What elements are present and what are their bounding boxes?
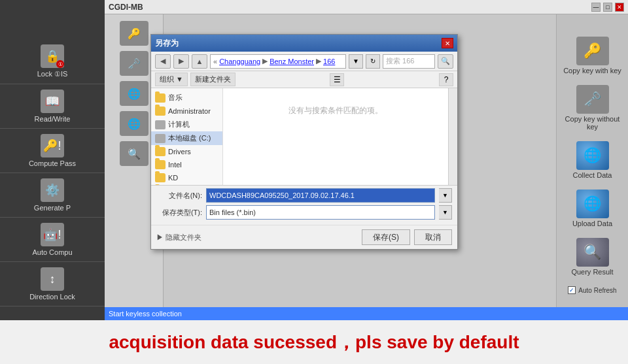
path-part-2[interactable]: Benz Monster bbox=[270, 58, 314, 65]
filetype-dropdown[interactable]: ▼ bbox=[439, 205, 452, 220]
dialog-sidebar: 音乐 Administrator 计算机 本地磁盘 (C:) bbox=[151, 88, 223, 185]
organize-btn[interactable]: 组织 ▼ bbox=[155, 73, 188, 86]
drivers-label: Drivers bbox=[168, 148, 191, 156]
dialog-file-area: 没有与搜索条件匹配的项。 bbox=[223, 88, 448, 185]
readwrite-icon: 📖 bbox=[41, 90, 64, 113]
refresh-btn[interactable]: ↻ bbox=[366, 54, 380, 69]
path-part-1[interactable]: Changguang bbox=[219, 58, 260, 65]
copy-with-key-icon: 🔑 bbox=[120, 21, 148, 46]
main-window: CGDI-MB — □ ✕ 🔑 🗝️ 🌐 🌐 🔍 bbox=[105, 0, 628, 320]
drivers-folder-icon bbox=[155, 147, 166, 156]
status-text: Start keyless collection bbox=[109, 310, 182, 318]
search-box[interactable]: 搜索 166 bbox=[383, 54, 435, 69]
save-button[interactable]: 保存(S) bbox=[362, 229, 410, 245]
help-btn[interactable]: ? bbox=[439, 73, 453, 86]
localc-icon bbox=[155, 134, 166, 143]
path-part-3[interactable]: 166 bbox=[323, 58, 335, 65]
no-results-text: 没有与搜索条件匹配的项。 bbox=[227, 105, 444, 116]
auto-refresh-label: Auto Refresh bbox=[578, 287, 616, 294]
filename-label: 文件名(N): bbox=[156, 191, 202, 201]
content-area: 🔑 🗝️ 🌐 🌐 🔍 另存为 ✕ ◀ bbox=[105, 14, 628, 320]
music-folder-icon bbox=[155, 93, 166, 103]
dialog-toolbar2: 组织 ▼ 新建文件夹 ☰ ? bbox=[151, 71, 457, 88]
auto-refresh-checkbox[interactable]: ✓ bbox=[568, 286, 576, 294]
dialog-path-toolbar: ◀ ▶ ▲ « Changguang ▶ Benz Monster ▶ 166 … bbox=[151, 52, 457, 71]
copy-without-key-icon-right: 🗝️ bbox=[576, 85, 609, 114]
computer-label: 计算机 bbox=[168, 120, 190, 129]
window-title: CGDI-MB bbox=[109, 3, 143, 12]
query-icon: 🔍 bbox=[120, 141, 148, 166]
admin-label: Administrator bbox=[168, 107, 211, 115]
generate-icon: ⚙️ bbox=[41, 178, 64, 202]
sidebar-label-generate: Generate P bbox=[34, 204, 71, 212]
compute-icon: 🔑 ! bbox=[41, 134, 64, 157]
bottom-banner: acquisition data sucessed，pls save by de… bbox=[0, 320, 628, 364]
scrollbar[interactable] bbox=[448, 88, 457, 185]
sidebar: 🔒 ① Lock ①IS 📖 Read/Write 🔑 ! Compute Pa… bbox=[0, 0, 105, 320]
path-dropdown-btn[interactable]: ▼ bbox=[349, 54, 363, 69]
dialog-buttons: ▶ 隐藏文件夹 保存(S) 取消 bbox=[151, 225, 457, 249]
compute-badge: ! bbox=[58, 139, 61, 153]
new-folder-btn[interactable]: 新建文件夹 bbox=[190, 73, 236, 86]
dialog-sidebar-item-computer[interactable]: 计算机 bbox=[151, 118, 222, 131]
upload-data-item[interactable]: 🌐 Upload Data bbox=[560, 187, 625, 230]
cancel-button[interactable]: 取消 bbox=[414, 229, 452, 245]
close-btn[interactable]: ✕ bbox=[615, 3, 624, 12]
collect-data-icon: 🌐 bbox=[576, 141, 609, 170]
copy-without-key-icon: 🗝️ bbox=[120, 51, 148, 76]
dialog-sidebar-item-intel[interactable]: Intel bbox=[151, 158, 222, 171]
dialog-fields: 文件名(N): ▼ 保存类型(T): ▼ bbox=[151, 185, 457, 225]
dialog-title-bar: 另存为 ✕ bbox=[151, 35, 457, 52]
filetype-input[interactable] bbox=[206, 205, 435, 220]
view-btn[interactable]: ☰ bbox=[330, 73, 344, 86]
sidebar-item-autocompute[interactable]: 🤖 ! Auto Compu bbox=[0, 218, 105, 262]
filename-dropdown[interactable]: ▼ bbox=[439, 188, 452, 203]
collect-icon: 🌐 bbox=[120, 81, 148, 106]
filename-row: 文件名(N): ▼ bbox=[156, 188, 452, 203]
copy-with-key-icon-right: 🔑 bbox=[576, 37, 609, 65]
lock-icon: 🔒 ① bbox=[41, 44, 64, 68]
maximize-btn[interactable]: □ bbox=[603, 3, 612, 12]
query-result-item[interactable]: 🔍 Query Result bbox=[560, 235, 625, 278]
sidebar-item-lock[interactable]: 🔒 ① Lock ①IS bbox=[0, 39, 105, 84]
direction-icon: ↕️ bbox=[41, 267, 64, 291]
copy-without-key-item[interactable]: 🗝️ Copy key without key bbox=[560, 82, 625, 133]
dialog-sidebar-item-drivers[interactable]: Drivers bbox=[151, 145, 222, 158]
dialog-sidebar-item-admin[interactable]: Administrator bbox=[151, 105, 222, 118]
title-bar: CGDI-MB — □ ✕ bbox=[105, 0, 628, 14]
collect-data-item[interactable]: 🌐 Collect Data bbox=[560, 139, 625, 182]
filetype-row: 保存类型(T): ▼ bbox=[156, 205, 452, 220]
status-bar: Start keyless collection bbox=[105, 307, 628, 320]
minimize-btn[interactable]: — bbox=[591, 3, 601, 12]
filename-input[interactable] bbox=[206, 188, 435, 203]
back-btn[interactable]: ◀ bbox=[155, 54, 171, 69]
sidebar-label-compute: Compute Pass bbox=[29, 159, 76, 167]
lock-badge: ① bbox=[56, 60, 64, 68]
sidebar-item-direction[interactable]: ↕️ Direction Lock bbox=[0, 262, 105, 306]
collect-data-label: Collect Data bbox=[573, 171, 612, 179]
copy-with-key-item[interactable]: 🔑 Copy key with key bbox=[560, 34, 625, 77]
title-bar-controls: — □ ✕ bbox=[591, 3, 624, 12]
dialog-title: 另存为 bbox=[155, 38, 179, 49]
intel-folder-icon bbox=[155, 160, 166, 169]
sidebar-item-generate[interactable]: ⚙️ Generate P bbox=[0, 173, 105, 218]
admin-folder-icon bbox=[155, 107, 166, 116]
upload-data-label: Upload Data bbox=[572, 220, 612, 227]
localc-label: 本地磁盘 (C:) bbox=[168, 133, 211, 143]
kd-label: KD bbox=[168, 174, 178, 182]
file-dialog: 另存为 ✕ ◀ ▶ ▲ « Changguang ▶ Benz Monster … bbox=[150, 34, 458, 250]
forward-btn[interactable]: ▶ bbox=[173, 54, 189, 69]
hidden-files-toggle[interactable]: ▶ 隐藏文件夹 bbox=[156, 233, 201, 242]
dialog-sidebar-item-localc[interactable]: 本地磁盘 (C:) bbox=[151, 131, 222, 145]
sidebar-item-compute[interactable]: 🔑 ! Compute Pass bbox=[0, 129, 105, 173]
dialog-close-btn[interactable]: ✕ bbox=[442, 38, 453, 48]
sidebar-label-autocompute: Auto Compu bbox=[32, 248, 72, 256]
query-result-label: Query Result bbox=[571, 268, 613, 276]
autocompute-badge: ! bbox=[58, 228, 61, 242]
search-btn[interactable]: 🔍 bbox=[438, 54, 453, 69]
bottom-text: acquisition data sucessed，pls save by de… bbox=[109, 330, 519, 355]
dialog-sidebar-item-music[interactable]: 音乐 bbox=[151, 91, 222, 105]
sidebar-item-readwrite[interactable]: 📖 Read/Write bbox=[0, 84, 105, 129]
dialog-sidebar-item-kd[interactable]: KD bbox=[151, 171, 222, 184]
up-btn[interactable]: ▲ bbox=[192, 54, 207, 69]
